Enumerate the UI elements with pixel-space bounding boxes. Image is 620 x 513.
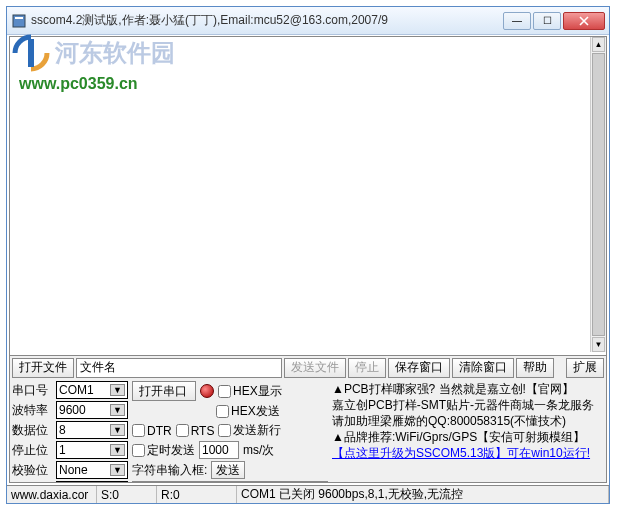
serial-settings: 串口号 COM1 波特率 9600 数据位 8 停止位 1 校验位 None [10, 379, 130, 482]
flow-label: 流 控 [12, 482, 54, 484]
options-column: 打开串口 HEX显示 HEX发送 DTR RTS 发送新行 定时发送 ms/次 [130, 379, 330, 482]
promo-panel: ▲PCB打样哪家强? 当然就是嘉立创!【官网】 嘉立创PCB打样-SMT贴片-元… [330, 379, 606, 482]
string-input-label: 字符串输入框: [132, 462, 207, 479]
scroll-thumb[interactable] [592, 53, 605, 336]
stopbits-combo[interactable]: 1 [56, 441, 128, 459]
baud-combo[interactable]: 9600 [56, 401, 128, 419]
save-window-button[interactable]: 保存窗口 [388, 358, 450, 378]
status-sent: S:0 [97, 486, 157, 503]
send-button[interactable]: 发送 [211, 461, 245, 479]
open-file-button[interactable]: 打开文件 [12, 358, 74, 378]
titlebar[interactable]: sscom4.2测试版,作者:聂小猛(丁丁),Email:mcu52@163.c… [7, 7, 609, 35]
upgrade-link[interactable]: 【点这里升级为SSCOM5.13版】可在win10运行! [332, 446, 590, 460]
window-title: sscom4.2测试版,作者:聂小猛(丁丁),Email:mcu52@163.c… [31, 12, 503, 29]
svg-rect-1 [15, 17, 23, 19]
stopbits-label: 停止位 [12, 442, 54, 459]
app-window: sscom4.2测试版,作者:聂小猛(丁丁),Email:mcu52@163.c… [6, 6, 610, 504]
databits-combo[interactable]: 8 [56, 421, 128, 439]
promo-line: 嘉立创PCB打样-SMT贴片-元器件商城一条龙服务 [332, 397, 604, 413]
promo-line: ▲品牌推荐:WiFi/Gprs/GPS【安信可射频模组】 [332, 429, 604, 445]
baud-label: 波特率 [12, 402, 54, 419]
promo-line: ▲PCB打样哪家强? 当然就是嘉立创!【官网】 [332, 381, 604, 397]
clear-window-button[interactable]: 清除窗口 [452, 358, 514, 378]
flow-combo[interactable]: None [56, 481, 128, 483]
help-button[interactable]: 帮助 [516, 358, 554, 378]
stop-button[interactable]: 停止 [348, 358, 386, 378]
parity-label: 校验位 [12, 462, 54, 479]
promo-line: 请加助理梁雁嫦的QQ:800058315(不懂技术) [332, 413, 604, 429]
send-newline-checkbox[interactable]: 发送新行 [218, 422, 281, 439]
hex-send-checkbox[interactable]: HEX发送 [216, 403, 280, 420]
minimize-button[interactable]: — [503, 12, 531, 30]
interval-unit: ms/次 [243, 442, 274, 459]
timed-send-checkbox[interactable]: 定时发送 [132, 442, 195, 459]
maximize-button[interactable]: ☐ [533, 12, 561, 30]
interval-input[interactable] [199, 441, 239, 459]
expand-button[interactable]: 扩展 [566, 358, 604, 378]
rts-checkbox[interactable]: RTS [176, 424, 215, 438]
output-textarea[interactable] [10, 37, 590, 352]
control-panel: 串口号 COM1 波特率 9600 数据位 8 停止位 1 校验位 None [10, 379, 606, 482]
open-port-button[interactable]: 打开串口 [132, 381, 196, 401]
databits-label: 数据位 [12, 422, 54, 439]
status-url: www.daxia.cor [7, 486, 97, 503]
hex-display-checkbox[interactable]: HEX显示 [218, 383, 282, 400]
scroll-down-icon[interactable]: ▼ [592, 337, 605, 352]
port-combo[interactable]: COM1 [56, 381, 128, 399]
status-recv: R:0 [157, 486, 237, 503]
filename-field[interactable] [76, 358, 282, 378]
svg-rect-0 [13, 15, 25, 27]
statusbar: www.daxia.cor S:0 R:0 COM1 已关闭 9600bps,8… [7, 485, 609, 503]
window-controls: — ☐ [503, 12, 605, 30]
parity-combo[interactable]: None [56, 461, 128, 479]
scrollbar-vertical[interactable]: ▲ ▼ [590, 37, 606, 352]
close-button[interactable] [563, 12, 605, 30]
scroll-up-icon[interactable]: ▲ [592, 37, 605, 52]
send-file-button[interactable]: 发送文件 [284, 358, 346, 378]
port-label: 串口号 [12, 382, 54, 399]
status-connection: COM1 已关闭 9600bps,8,1,无校验,无流控 [237, 486, 609, 503]
send-string-input[interactable] [132, 481, 328, 483]
app-icon [11, 13, 27, 29]
dtr-checkbox[interactable]: DTR [132, 424, 172, 438]
file-toolbar: 打开文件 发送文件 停止 保存窗口 清除窗口 帮助 扩展 [10, 355, 606, 379]
content-area: ▲ ▼ 打开文件 发送文件 停止 保存窗口 清除窗口 帮助 扩展 串口号 COM… [9, 36, 607, 483]
port-led-icon [200, 384, 214, 398]
